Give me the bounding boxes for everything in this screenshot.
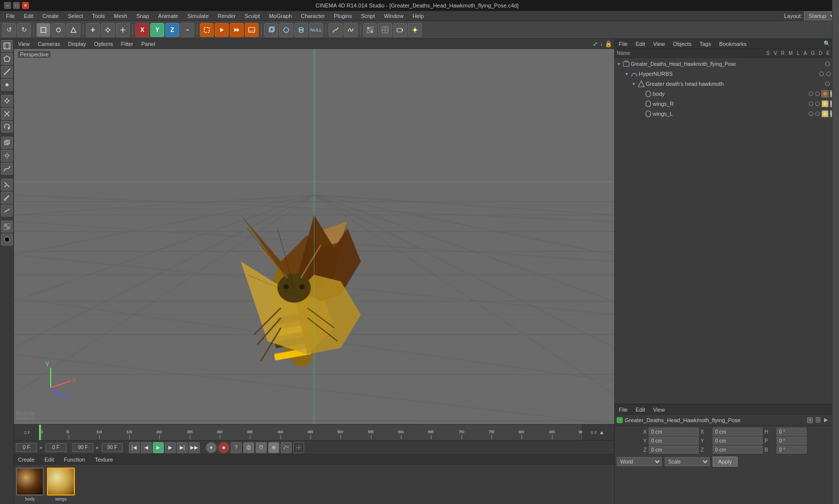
attr-menu-file[interactable]: File bbox=[617, 406, 630, 413]
sidebar-cube-create-icon[interactable] bbox=[1, 137, 13, 149]
obj-menu-objects[interactable]: Objects bbox=[671, 40, 693, 47]
menu-character[interactable]: Character bbox=[297, 12, 329, 20]
motion-record-button[interactable] bbox=[243, 442, 254, 453]
sidebar-knife-icon[interactable] bbox=[1, 179, 13, 191]
attr-field-z-rot[interactable] bbox=[713, 446, 763, 454]
menu-create[interactable]: Create bbox=[38, 12, 63, 20]
sidebar-rotate-icon[interactable] bbox=[1, 121, 13, 133]
menu-help[interactable]: Help bbox=[409, 12, 428, 20]
cube-button[interactable] bbox=[264, 23, 278, 37]
menu-mograph[interactable]: MoGraph bbox=[265, 12, 296, 20]
y-axis-button[interactable]: Y bbox=[150, 23, 164, 37]
sidebar-light-create-icon[interactable] bbox=[1, 150, 13, 162]
obj-menu-view[interactable]: View bbox=[651, 40, 667, 47]
menu-plugins[interactable]: Plugins bbox=[330, 12, 356, 20]
vp-expand-button[interactable]: ⤢ bbox=[593, 40, 598, 47]
transform-mode-select[interactable]: Scale Move Rotate bbox=[665, 457, 710, 466]
attr-field-h[interactable] bbox=[777, 428, 807, 436]
object-mode-button[interactable] bbox=[51, 23, 65, 37]
checker-button[interactable] bbox=[378, 23, 392, 37]
loop-button[interactable]: ? bbox=[231, 442, 242, 453]
vp-menu-panel[interactable]: Panel bbox=[139, 40, 157, 48]
step-forward-button[interactable]: ▶ bbox=[165, 442, 176, 453]
menu-sculpt[interactable]: Sculpt bbox=[241, 12, 264, 20]
z-axis-button[interactable]: Z bbox=[165, 23, 179, 37]
vp-menu-view[interactable]: View bbox=[16, 40, 32, 48]
undo-button[interactable]: ↺ bbox=[2, 23, 16, 37]
menu-render[interactable]: Render bbox=[214, 12, 240, 20]
render-picture-viewer-button[interactable] bbox=[245, 23, 259, 37]
obj-menu-edit[interactable]: Edit bbox=[634, 40, 647, 47]
model-mode-button[interactable] bbox=[36, 23, 50, 37]
attr-field-x-pos[interactable] bbox=[649, 428, 699, 436]
redo-button[interactable]: ↻ bbox=[17, 23, 31, 37]
menu-window[interactable]: Window bbox=[380, 12, 408, 20]
vp-menu-display[interactable]: Display bbox=[66, 40, 88, 48]
attr-field-y-rot[interactable] bbox=[713, 437, 763, 445]
sidebar-model-icon[interactable] bbox=[1, 40, 13, 52]
render-view-button[interactable] bbox=[215, 23, 229, 37]
mat-menu-create[interactable]: Create bbox=[16, 456, 36, 463]
camera-icon-button[interactable] bbox=[393, 23, 407, 37]
scale-tool-button[interactable] bbox=[116, 23, 130, 37]
skip-end-button[interactable]: ▶| bbox=[177, 442, 188, 453]
material-body-thumb[interactable]: body bbox=[16, 468, 44, 502]
record-button[interactable]: ● bbox=[206, 442, 217, 453]
sidebar-scale-icon[interactable] bbox=[1, 108, 13, 120]
attr-field-b[interactable] bbox=[777, 446, 807, 454]
obj-row-root[interactable]: ▼ Greater_Deaths_Head_Hawkmoth_flying_Po… bbox=[615, 59, 839, 69]
obj-menu-bookmarks[interactable]: Bookmarks bbox=[717, 40, 749, 47]
vp-menu-cameras[interactable]: Cameras bbox=[36, 40, 62, 48]
obj-row-wings-r[interactable]: ▶ wings_R bbox=[615, 99, 839, 109]
menu-simulate[interactable]: Simulate bbox=[183, 12, 213, 20]
vp-menu-filter[interactable]: Filter bbox=[119, 40, 135, 48]
fcurve-button[interactable] bbox=[281, 442, 292, 453]
obj-row-wings-l[interactable]: ▶ wings_L bbox=[615, 109, 839, 119]
viewport[interactable]: X Y Z Perspective MAXON CINEMA 4D bbox=[14, 49, 614, 424]
sidebar-deform-icon[interactable] bbox=[1, 205, 13, 217]
timeline-button[interactable]: ⏱ bbox=[256, 442, 267, 453]
new-object-button[interactable]: + bbox=[86, 23, 100, 37]
menu-tools[interactable]: Tools bbox=[88, 12, 109, 20]
sidebar-polygon-icon[interactable] bbox=[1, 53, 13, 65]
cylinder-button[interactable] bbox=[294, 23, 308, 37]
obj-menu-tags[interactable]: Tags bbox=[698, 40, 713, 47]
attr-field-p[interactable] bbox=[777, 437, 807, 445]
vp-reset-button[interactable]: ↓ bbox=[600, 40, 603, 47]
obj-row-body[interactable]: ▶ body bbox=[615, 89, 839, 99]
close-button[interactable]: ✕ bbox=[22, 2, 29, 9]
attr-field-y-pos[interactable] bbox=[649, 437, 699, 445]
sidebar-move-icon[interactable] bbox=[1, 95, 13, 107]
menu-file[interactable]: File bbox=[2, 12, 19, 20]
sidebar-brush-icon[interactable] bbox=[1, 192, 13, 204]
attr-menu-view[interactable]: View bbox=[651, 406, 667, 413]
obj-menu-file[interactable]: File bbox=[617, 40, 630, 47]
menu-snap[interactable]: Snap bbox=[132, 12, 153, 20]
end-frame-input-2[interactable] bbox=[102, 443, 123, 452]
attr-field-z-pos[interactable] bbox=[649, 446, 699, 454]
vp-menu-options[interactable]: Options bbox=[92, 40, 115, 48]
all-axis-button[interactable]: ━ bbox=[180, 23, 194, 37]
timeline-track[interactable]: 0 5 10 15 20 25 30 35 40 45 50 55 60 65 bbox=[39, 425, 582, 440]
obj-row-hawkmoth[interactable]: ▼ Greater death's head hawkmoth bbox=[615, 79, 839, 89]
mat-menu-function[interactable]: Function bbox=[62, 456, 87, 463]
nurbs-button[interactable] bbox=[344, 23, 358, 37]
orange-record-button[interactable]: ⊕ bbox=[268, 442, 279, 453]
end-frame-input[interactable] bbox=[72, 443, 93, 452]
attr-menu-edit[interactable]: Edit bbox=[634, 406, 647, 413]
current-frame-input-2[interactable] bbox=[45, 443, 66, 452]
sidebar-spline-create-icon[interactable] bbox=[1, 163, 13, 175]
sidebar-texture-icon[interactable] bbox=[1, 221, 13, 233]
current-frame-input[interactable] bbox=[16, 443, 37, 452]
render-all-button[interactable] bbox=[230, 23, 244, 37]
null-button[interactable]: NULL bbox=[309, 23, 323, 37]
step-back-button[interactable]: ◀ bbox=[141, 442, 152, 453]
coord-system-select[interactable]: World Object bbox=[617, 457, 662, 466]
minimize-button[interactable]: ─ bbox=[4, 2, 11, 9]
vp-lock-button[interactable]: 🔒 bbox=[605, 40, 612, 47]
sphere-button[interactable] bbox=[279, 23, 293, 37]
play-button[interactable]: ▶ bbox=[153, 442, 164, 453]
maximize-button[interactable]: □ bbox=[13, 2, 20, 9]
grid-button[interactable] bbox=[363, 23, 377, 37]
x-axis-button[interactable]: X bbox=[135, 23, 149, 37]
